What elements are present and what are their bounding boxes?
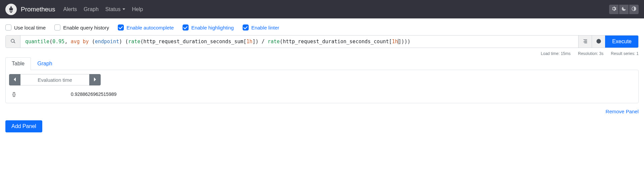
format-icon: [583, 39, 588, 45]
stat-resolution: Resolution: 3s: [578, 51, 603, 56]
tab-table[interactable]: Table: [5, 57, 31, 70]
nav-alerts[interactable]: Alerts: [63, 6, 77, 12]
result-panel-body: Evaluation time {} 0.9288626962515989: [5, 70, 639, 103]
table-row: {} 0.9288626962515989: [9, 89, 635, 99]
remove-panel-link[interactable]: Remove Panel: [606, 109, 639, 114]
nav-graph[interactable]: Graph: [84, 6, 98, 12]
contrast-icon: [631, 6, 637, 12]
settings-button[interactable]: [609, 5, 618, 14]
eval-time-prev-button[interactable]: [9, 74, 20, 85]
nav-status-dropdown[interactable]: Status: [105, 6, 125, 12]
chevron-down-icon: [122, 8, 125, 10]
moon-icon: [621, 6, 627, 12]
navbar: Prometheus Alerts Graph Status Help: [0, 0, 644, 18]
checkbox-icon: [243, 24, 249, 30]
enable-autocomplete-option[interactable]: Enable autocomplete: [118, 24, 174, 30]
prometheus-logo-icon: [5, 4, 17, 15]
nav-links: Alerts Graph Status Help: [63, 6, 609, 12]
chevron-left-icon: [13, 77, 16, 83]
gear-icon: [611, 6, 616, 12]
enable-highlighting-option[interactable]: Enable highlighting: [183, 24, 234, 30]
option-label: Enable highlighting: [191, 25, 234, 30]
enable-query-history-option[interactable]: Enable query history: [54, 24, 109, 30]
metrics-explorer-button[interactable]: [6, 36, 20, 48]
brand-text: Prometheus: [21, 6, 55, 13]
checkbox-icon: [183, 24, 189, 30]
dark-mode-button[interactable]: [619, 5, 629, 14]
expression-input[interactable]: quantile(0.95, avg by (endpoint) (rate(h…: [20, 36, 578, 48]
remove-panel-row: Remove Panel: [0, 107, 644, 120]
nav-status-label: Status: [105, 6, 120, 12]
contrast-mode-button[interactable]: [629, 5, 639, 14]
option-label: Enable query history: [63, 25, 109, 30]
brand[interactable]: Prometheus: [5, 4, 55, 15]
option-label: Enable autocomplete: [127, 25, 174, 30]
globe-icon: [596, 39, 601, 45]
format-expression-button[interactable]: [578, 36, 592, 48]
expression-bar: quantile(0.95, avg by (endpoint) (rate(h…: [5, 35, 639, 48]
checkbox-icon: [5, 24, 11, 30]
result-tabbar: Table Graph: [5, 57, 639, 70]
eval-time-next-button[interactable]: [89, 74, 101, 85]
option-label: Enable linter: [251, 25, 279, 30]
add-panel-row: Add Panel: [0, 120, 644, 138]
checkbox-icon: [118, 24, 124, 30]
execute-button[interactable]: Execute: [605, 36, 638, 48]
result-series-labels: {}: [10, 92, 71, 97]
search-icon: [10, 39, 16, 45]
enable-linter-option[interactable]: Enable linter: [243, 24, 279, 30]
option-label: Use local time: [14, 25, 46, 30]
nav-help[interactable]: Help: [132, 6, 143, 12]
query-options-row: Use local time Enable query history Enab…: [0, 18, 644, 35]
query-stats: Load time: 15ms Resolution: 3s Result se…: [0, 51, 644, 57]
theme-toggle-group: [609, 5, 639, 14]
checkbox-icon: [54, 24, 60, 30]
evaluation-time-control: Evaluation time: [9, 74, 635, 85]
tab-graph[interactable]: Graph: [31, 57, 58, 70]
result-panel: Table Graph Evaluation time {} 0.9288626…: [5, 57, 639, 103]
open-in-explorer-button[interactable]: [592, 36, 605, 48]
stat-load-time: Load time: 15ms: [541, 51, 571, 56]
result-series-value: 0.9288626962515989: [71, 92, 116, 97]
evaluation-time-input[interactable]: Evaluation time: [20, 74, 89, 85]
stat-result-series: Result series: 1: [611, 51, 639, 56]
add-panel-button[interactable]: Add Panel: [5, 120, 42, 132]
use-local-time-option[interactable]: Use local time: [5, 24, 46, 30]
chevron-right-icon: [93, 77, 97, 83]
